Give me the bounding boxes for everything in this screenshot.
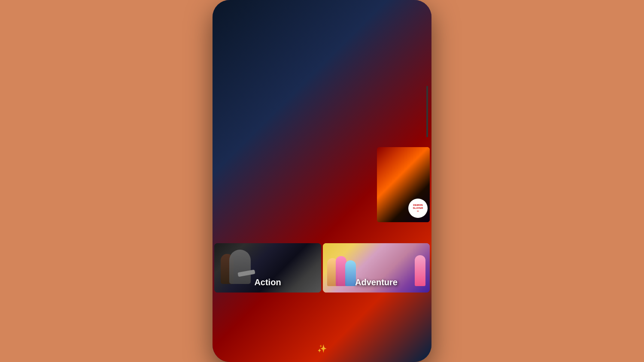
category-action-label: Action	[214, 278, 321, 293]
category-adventure-label: Adventure	[323, 278, 430, 293]
rated-grid: ⚡ 🗡 👁 ✨	[213, 147, 431, 226]
app-screen: 🔍 ⚔️ Anime By Seasons View All ›	[213, 0, 431, 362]
scrollbar	[426, 86, 428, 137]
scroll-content[interactable]: ⚔️ Anime By Seasons View All ›	[213, 24, 431, 362]
category-action[interactable]: Action	[214, 243, 321, 293]
category-adventure[interactable]: Adventure	[323, 243, 430, 293]
anime-card-demon-slayer-2[interactable]: DEMONSLAYER∞	[377, 147, 430, 222]
anime-card-kimetsu[interactable]: ✨	[323, 147, 376, 222]
demon-slayer-badge: DEMONSLAYER∞	[408, 199, 428, 218]
phone-device: 🔍 ⚔️ Anime By Seasons View All ›	[213, 0, 431, 362]
